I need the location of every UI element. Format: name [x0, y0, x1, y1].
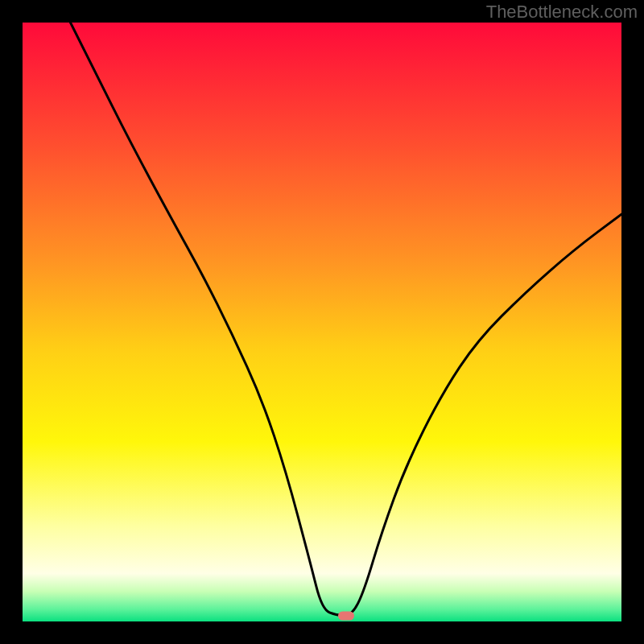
bottleneck-curve	[71, 23, 622, 616]
optimal-point-marker	[338, 611, 354, 620]
plot-area	[23, 23, 621, 621]
chart-container: TheBottleneck.com	[0, 0, 644, 644]
watermark-text: TheBottleneck.com	[486, 2, 638, 23]
curve-layer	[23, 23, 621, 621]
